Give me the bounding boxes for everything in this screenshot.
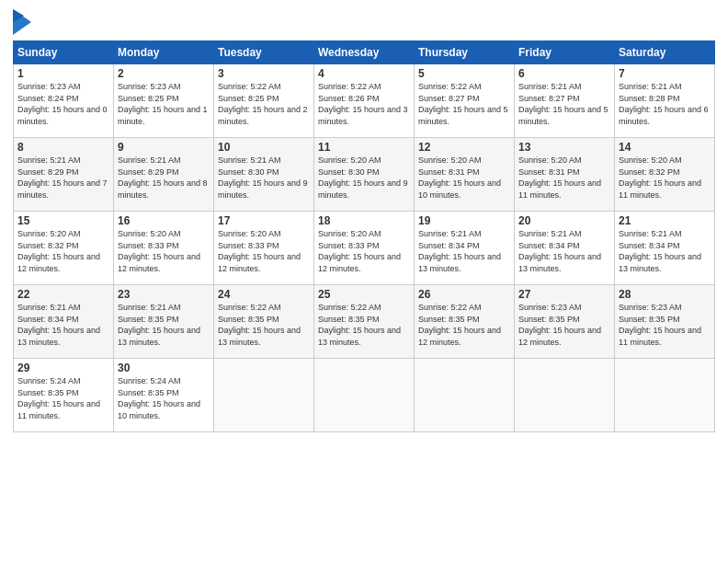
calendar-cell: 6 Sunrise: 5:21 AMSunset: 8:27 PMDayligh… (515, 64, 615, 138)
day-info: Sunrise: 5:20 AMSunset: 8:32 PMDaylight:… (619, 155, 701, 200)
calendar-cell: 14 Sunrise: 5:20 AMSunset: 8:32 PMDaylig… (615, 138, 715, 212)
calendar-cell: 19 Sunrise: 5:21 AMSunset: 8:34 PMDaylig… (415, 212, 515, 285)
calendar-cell: 23 Sunrise: 5:21 AMSunset: 8:35 PMDaylig… (114, 285, 214, 359)
day-number: 12 (418, 141, 510, 154)
day-info: Sunrise: 5:21 AMSunset: 8:34 PMDaylight:… (418, 229, 501, 273)
week-row-1: 1 Sunrise: 5:23 AMSunset: 8:24 PMDayligh… (14, 64, 715, 138)
day-number: 2 (118, 67, 210, 80)
day-number: 17 (218, 214, 310, 227)
day-info: Sunrise: 5:24 AMSunset: 8:35 PMDaylight:… (118, 376, 200, 420)
day-number: 3 (218, 67, 310, 80)
week-row-2: 8 Sunrise: 5:21 AMSunset: 8:29 PMDayligh… (14, 138, 715, 212)
day-info: Sunrise: 5:20 AMSunset: 8:31 PMDaylight:… (518, 155, 601, 200)
day-info: Sunrise: 5:21 AMSunset: 8:34 PMDaylight:… (17, 303, 100, 347)
header-row: SundayMondayTuesdayWednesdayThursdayFrid… (14, 41, 715, 64)
day-info: Sunrise: 5:20 AMSunset: 8:31 PMDaylight:… (418, 155, 501, 200)
day-number: 29 (17, 362, 109, 374)
day-info: Sunrise: 5:20 AMSunset: 8:33 PMDaylight:… (318, 229, 401, 273)
day-number: 25 (318, 288, 410, 301)
day-info: Sunrise: 5:23 AMSunset: 8:25 PMDaylight:… (118, 82, 208, 126)
calendar-cell: 21 Sunrise: 5:21 AMSunset: 8:34 PMDaylig… (615, 212, 715, 285)
day-number: 11 (318, 141, 410, 154)
calendar-cell: 1 Sunrise: 5:23 AMSunset: 8:24 PMDayligh… (14, 64, 114, 138)
day-number: 24 (218, 288, 310, 301)
week-row-5: 29 Sunrise: 5:24 AMSunset: 8:35 PMDaylig… (14, 359, 715, 432)
day-number: 5 (418, 67, 510, 80)
day-number: 28 (619, 288, 711, 301)
calendar-cell: 18 Sunrise: 5:20 AMSunset: 8:33 PMDaylig… (314, 212, 415, 285)
calendar-cell: 7 Sunrise: 5:21 AMSunset: 8:28 PMDayligh… (615, 64, 715, 138)
logo-icon (13, 9, 31, 35)
calendar-cell: 25 Sunrise: 5:22 AMSunset: 8:35 PMDaylig… (314, 285, 415, 359)
day-info: Sunrise: 5:20 AMSunset: 8:33 PMDaylight:… (218, 229, 301, 273)
logo (13, 9, 33, 35)
day-info: Sunrise: 5:21 AMSunset: 8:29 PMDaylight:… (17, 155, 108, 200)
calendar-cell (214, 359, 314, 432)
calendar-cell: 22 Sunrise: 5:21 AMSunset: 8:34 PMDaylig… (14, 285, 114, 359)
day-number: 23 (118, 288, 210, 301)
header-wednesday: Wednesday (314, 41, 415, 64)
day-number: 14 (619, 141, 711, 154)
day-number: 15 (17, 214, 109, 227)
calendar-cell: 13 Sunrise: 5:20 AMSunset: 8:31 PMDaylig… (515, 138, 615, 212)
day-info: Sunrise: 5:21 AMSunset: 8:34 PMDaylight:… (619, 229, 701, 273)
header-sunday: Sunday (14, 41, 114, 64)
header-tuesday: Tuesday (214, 41, 314, 64)
day-info: Sunrise: 5:20 AMSunset: 8:30 PMDaylight:… (318, 155, 408, 200)
day-number: 1 (17, 67, 109, 80)
day-info: Sunrise: 5:24 AMSunset: 8:35 PMDaylight:… (17, 376, 100, 420)
day-info: Sunrise: 5:23 AMSunset: 8:35 PMDaylight:… (518, 303, 601, 347)
calendar-cell: 16 Sunrise: 5:20 AMSunset: 8:33 PMDaylig… (114, 212, 214, 285)
day-info: Sunrise: 5:21 AMSunset: 8:30 PMDaylight:… (218, 155, 308, 200)
day-info: Sunrise: 5:22 AMSunset: 8:35 PMDaylight:… (218, 303, 301, 347)
header-thursday: Thursday (415, 41, 515, 64)
calendar-cell (415, 359, 515, 432)
day-number: 21 (619, 214, 711, 227)
calendar-cell: 28 Sunrise: 5:23 AMSunset: 8:35 PMDaylig… (615, 285, 715, 359)
day-number: 10 (218, 141, 310, 154)
calendar-header: SundayMondayTuesdayWednesdayThursdayFrid… (14, 41, 715, 64)
calendar-cell: 15 Sunrise: 5:20 AMSunset: 8:32 PMDaylig… (14, 212, 114, 285)
calendar-cell (515, 359, 615, 432)
calendar-cell: 5 Sunrise: 5:22 AMSunset: 8:27 PMDayligh… (415, 64, 515, 138)
week-row-4: 22 Sunrise: 5:21 AMSunset: 8:34 PMDaylig… (14, 285, 715, 359)
day-info: Sunrise: 5:20 AMSunset: 8:32 PMDaylight:… (17, 229, 100, 273)
day-info: Sunrise: 5:23 AMSunset: 8:35 PMDaylight:… (619, 303, 701, 347)
day-info: Sunrise: 5:21 AMSunset: 8:27 PMDaylight:… (518, 82, 609, 126)
day-info: Sunrise: 5:21 AMSunset: 8:28 PMDaylight:… (619, 82, 709, 126)
day-info: Sunrise: 5:23 AMSunset: 8:24 PMDaylight:… (17, 82, 108, 126)
calendar-cell: 24 Sunrise: 5:22 AMSunset: 8:35 PMDaylig… (214, 285, 314, 359)
day-number: 18 (318, 214, 410, 227)
day-number: 27 (518, 288, 610, 301)
page: SundayMondayTuesdayWednesdayThursdayFrid… (0, 0, 728, 563)
day-number: 4 (318, 67, 410, 80)
day-number: 13 (518, 141, 610, 154)
calendar-cell: 30 Sunrise: 5:24 AMSunset: 8:35 PMDaylig… (114, 359, 214, 432)
day-number: 30 (118, 362, 210, 374)
calendar-cell: 3 Sunrise: 5:22 AMSunset: 8:25 PMDayligh… (214, 64, 314, 138)
day-number: 16 (118, 214, 210, 227)
day-info: Sunrise: 5:20 AMSunset: 8:33 PMDaylight:… (118, 229, 200, 273)
calendar-cell (314, 359, 415, 432)
day-number: 9 (118, 141, 210, 154)
day-number: 7 (619, 67, 711, 80)
day-info: Sunrise: 5:22 AMSunset: 8:35 PMDaylight:… (418, 303, 501, 347)
calendar-cell: 12 Sunrise: 5:20 AMSunset: 8:31 PMDaylig… (415, 138, 515, 212)
day-info: Sunrise: 5:21 AMSunset: 8:34 PMDaylight:… (518, 229, 601, 273)
calendar-cell: 26 Sunrise: 5:22 AMSunset: 8:35 PMDaylig… (415, 285, 515, 359)
calendar-cell: 4 Sunrise: 5:22 AMSunset: 8:26 PMDayligh… (314, 64, 415, 138)
week-row-3: 15 Sunrise: 5:20 AMSunset: 8:32 PMDaylig… (14, 212, 715, 285)
calendar-cell: 2 Sunrise: 5:23 AMSunset: 8:25 PMDayligh… (114, 64, 214, 138)
day-number: 8 (17, 141, 109, 154)
day-info: Sunrise: 5:21 AMSunset: 8:29 PMDaylight:… (118, 155, 208, 200)
calendar-cell: 8 Sunrise: 5:21 AMSunset: 8:29 PMDayligh… (14, 138, 114, 212)
calendar-cell: 9 Sunrise: 5:21 AMSunset: 8:29 PMDayligh… (114, 138, 214, 212)
calendar-cell: 10 Sunrise: 5:21 AMSunset: 8:30 PMDaylig… (214, 138, 314, 212)
day-info: Sunrise: 5:22 AMSunset: 8:26 PMDaylight:… (318, 82, 408, 126)
calendar-cell: 20 Sunrise: 5:21 AMSunset: 8:34 PMDaylig… (515, 212, 615, 285)
day-info: Sunrise: 5:22 AMSunset: 8:35 PMDaylight:… (318, 303, 401, 347)
day-number: 19 (418, 214, 510, 227)
calendar-body: 1 Sunrise: 5:23 AMSunset: 8:24 PMDayligh… (14, 64, 715, 432)
header (13, 9, 715, 35)
calendar-cell: 27 Sunrise: 5:23 AMSunset: 8:35 PMDaylig… (515, 285, 615, 359)
